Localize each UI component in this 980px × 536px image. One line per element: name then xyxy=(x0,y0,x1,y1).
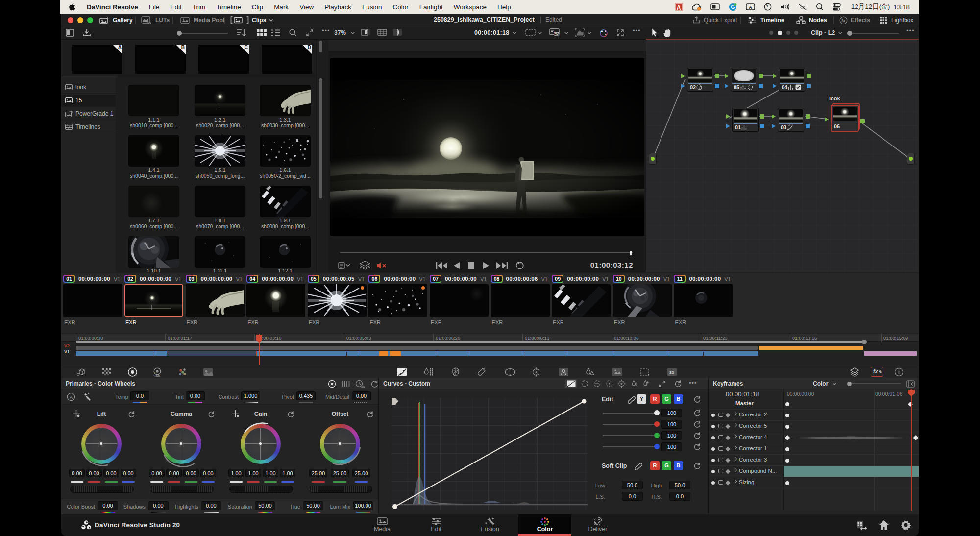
svg-text:1: 1 xyxy=(766,4,767,7)
svg-text:HQ: HQ xyxy=(554,33,559,37)
svg-text:!: ! xyxy=(698,7,699,10)
svg-text:3D: 3D xyxy=(669,370,674,375)
svg-text:fx: fx xyxy=(841,18,846,23)
svg-text:HDR: HDR xyxy=(154,374,160,377)
svg-text:A: A xyxy=(70,395,73,400)
svg-text:LOG: LOG xyxy=(361,386,365,388)
svg-text:A: A xyxy=(749,5,752,10)
